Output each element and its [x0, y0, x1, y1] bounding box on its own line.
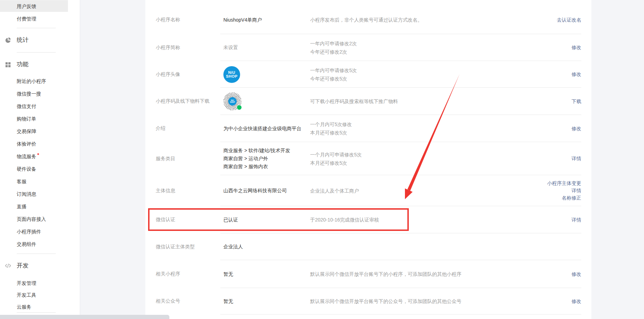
- row-value: 暂无: [223, 270, 309, 278]
- settings-row-miniprogram-name: 小程序名称 NiushopV4单商户 小程序发布后，非个人类账号可通过认证方式改…: [145, 6, 591, 34]
- settings-row-miniprogram-code: 小程序码及线下物料下载 NiU SHOP 可下载小程序码及搜索框等线下推广物料 …: [145, 88, 591, 115]
- sidebar-item-hardware-devices[interactable]: 硬件设备: [0, 163, 68, 174]
- sidebar-item-label: 交易保障: [17, 129, 36, 134]
- modify-link[interactable]: 修改: [572, 298, 581, 305]
- settings-row-related-miniprograms: 相关小程序 暂无 默认展示同个微信开放平台账号下的小程序，可添加团队的其他小程序…: [145, 260, 591, 288]
- sidebar-item-label: 交易组件: [17, 241, 36, 247]
- sidebar-item-label: 订阅消息: [17, 191, 36, 197]
- sidebar-item-live[interactable]: 直播: [0, 201, 68, 212]
- sidebar-item-label: 微信搜一搜: [17, 91, 41, 96]
- sidebar-item-wechat-pay[interactable]: 微信支付: [0, 101, 68, 112]
- sidebar-divider: [17, 28, 56, 28]
- sidebar-item-label: 小程序插件: [17, 229, 41, 234]
- sidebar-section-title: 统计: [17, 37, 29, 43]
- row-label: 小程序头像: [156, 71, 220, 78]
- row-desc: 默认展示同个微信开放平台账号下的公众号，可添加团队的其他公众号: [310, 297, 533, 305]
- row-label: 微信认证: [156, 217, 220, 223]
- sidebar-item-user-feedback[interactable]: 用户反馈: [0, 1, 68, 12]
- settings-row-wechat-verification: 微信认证 已认证 于2020-10-16完成微信认证审核 详情: [145, 206, 591, 233]
- sidebar-item-label: 硬件设备: [17, 166, 36, 172]
- details-link[interactable]: 详情: [572, 187, 581, 194]
- name-correction-link[interactable]: 名称修正: [562, 194, 581, 202]
- row-value-line: 商业服务 > 软件/建站/技术开发: [223, 147, 314, 155]
- notification-dot: [37, 153, 39, 155]
- sidebar-item-payment-management[interactable]: 付费管理: [0, 13, 68, 24]
- sidebar-item-transaction-components[interactable]: 交易组件: [0, 239, 68, 250]
- sidebar-item-dev-management[interactable]: 开发管理: [0, 278, 68, 289]
- row-desc: 一个月内可5次修改: [310, 120, 533, 129]
- details-link[interactable]: 详情: [572, 216, 581, 224]
- browser-status-bar: [0, 315, 169, 319]
- sidebar-item-experience-review[interactable]: 体验评价: [0, 138, 68, 149]
- sidebar-section-development[interactable]: 开发: [0, 261, 68, 270]
- row-value: 已认证: [223, 216, 309, 224]
- sidebar-item-miniprogram-plugins[interactable]: 小程序插件: [0, 226, 68, 237]
- row-label: 服务类目: [156, 156, 220, 162]
- sidebar-section-statistics[interactable]: 统计: [0, 36, 68, 45]
- row-desc: 一年内可申请修改2次: [310, 39, 533, 48]
- row-desc: 可下载小程序码及搜索框等线下推广物料: [310, 97, 533, 106]
- row-value: 企业法人: [223, 243, 309, 251]
- sidebar-item-label: 开发管理: [17, 280, 36, 286]
- sidebar-item-page-content-access[interactable]: 页面内容接入: [0, 213, 68, 225]
- sidebar-item-label: 微信支付: [17, 103, 36, 109]
- sidebar-item-logistics-service[interactable]: 物流服务: [0, 151, 68, 162]
- row-value: 为中小企业快速搭建企业级电商平台: [223, 125, 310, 133]
- sidebar-item-label: 附近的小程序: [17, 78, 46, 84]
- sidebar-item-label: 客服: [17, 179, 26, 184]
- sidebar-item-customer-service[interactable]: 客服: [0, 176, 68, 187]
- go-verify-rename-link[interactable]: 去认证改名: [557, 16, 581, 24]
- sidebar-item-nearby-miniprograms[interactable]: 附近的小程序: [0, 76, 68, 87]
- row-desc: 于2020-10-16完成微信认证审核: [310, 216, 533, 224]
- row-desc: 今年还可修改2次: [310, 48, 533, 56]
- settings-row-introduction: 介绍 为中小企业快速搭建企业级电商平台 一个月内可5次修改 本月还可修改5次 修…: [145, 115, 591, 142]
- sidebar-item-shopping-orders[interactable]: 购物订单: [0, 113, 68, 124]
- row-desc: 默认展示同个微信开放平台账号下的小程序，可添加团队的其他小程序: [310, 270, 533, 278]
- sidebar-item-dev-tools[interactable]: 开发工具: [0, 289, 68, 301]
- details-link[interactable]: 详情: [572, 155, 581, 162]
- miniprogram-qr-code: NiU SHOP: [223, 92, 242, 110]
- row-value: 山西牛之云网络科技有限公司: [223, 187, 309, 195]
- sidebar-section-title: 功能: [17, 61, 29, 68]
- settings-row-verification-subject-type: 微信认证主体类型 企业法人: [145, 233, 591, 260]
- miniprogram-avatar: NiU SHOP: [223, 66, 240, 83]
- row-label: 介绍: [156, 125, 220, 132]
- row-label: 微信认证主体类型: [156, 244, 220, 250]
- row-value: NiushopV4单商户: [223, 16, 309, 24]
- sidebar-item-label: 开发工具: [17, 292, 36, 298]
- row-label: 相关公众号: [156, 298, 220, 304]
- sidebar-item-subscribe-messages[interactable]: 订阅消息: [0, 188, 68, 200]
- sidebar-section-features[interactable]: 功能: [0, 60, 68, 69]
- avatar-text: NiU: [228, 71, 235, 75]
- modify-link[interactable]: 修改: [572, 71, 581, 78]
- subject-change-link[interactable]: 小程序主体变更: [547, 180, 581, 187]
- sidebar-divider: [17, 52, 56, 53]
- settings-row-miniprogram-avatar: 小程序头像 NiU SHOP 一年内可申请修改5次 今年还可修改5次 修改: [145, 61, 591, 88]
- sidebar-section-title: 开发: [17, 262, 29, 269]
- download-link[interactable]: 下载: [572, 98, 581, 105]
- modify-link[interactable]: 修改: [572, 271, 581, 278]
- sidebar-item-cloud-services[interactable]: 云服务: [0, 301, 68, 312]
- row-divider: [220, 314, 581, 314]
- row-desc: 今年还可修改5次: [310, 75, 533, 83]
- modify-link[interactable]: 修改: [572, 125, 581, 132]
- wechat-badge-icon: [237, 105, 242, 110]
- settings-row-subject-info: 主体信息 山西牛之云网络科技有限公司 企业法人及个体工商户 小程序主体变更 详情…: [145, 175, 591, 206]
- grid-icon: [5, 61, 11, 68]
- sidebar: 用户反馈 付费管理 统计 功能 附近的小程序 微信搜一搜 微信支付 购物订单 交…: [0, 0, 80, 319]
- settings-row-miniprogram-short-name: 小程序简称 未设置 一年内可申请修改2次 今年还可修改2次 修改: [145, 34, 591, 61]
- row-label: 相关小程序: [156, 271, 220, 277]
- modify-link[interactable]: 修改: [572, 44, 581, 51]
- row-value-line: 商家自营 > 服饰内衣: [223, 163, 314, 171]
- sidebar-item-transaction-guarantee[interactable]: 交易保障: [0, 126, 68, 137]
- sidebar-item-label: 体验评价: [17, 141, 36, 147]
- sidebar-item-label: 物流服务: [17, 154, 36, 159]
- pie-chart-icon: [5, 37, 11, 43]
- row-desc: 本月还可修改5次: [310, 159, 533, 167]
- sidebar-item-wechat-search[interactable]: 微信搜一搜: [0, 88, 68, 99]
- row-label: 小程序简称: [156, 45, 220, 51]
- avatar-text: SHOP: [226, 75, 237, 78]
- sidebar-item-label: 直播: [17, 204, 26, 209]
- row-desc: 本月还可修改5次: [310, 129, 533, 137]
- sidebar-item-label: 付费管理: [17, 16, 36, 22]
